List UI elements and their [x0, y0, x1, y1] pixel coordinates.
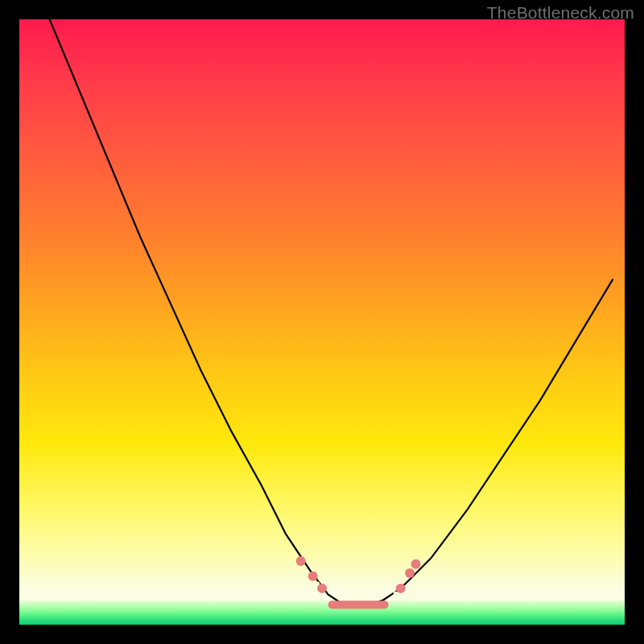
highlight-markers: [296, 556, 421, 609]
curve-layer: [19, 19, 625, 625]
svg-point-7: [316, 581, 320, 585]
svg-point-2: [308, 572, 318, 581]
bottleneck-curve: [50, 19, 613, 606]
svg-point-4: [396, 584, 406, 593]
chart-frame: TheBottleneck.com: [0, 0, 644, 644]
watermark-text: TheBottleneck.com: [487, 3, 634, 23]
svg-point-6: [411, 559, 421, 569]
svg-point-1: [296, 556, 306, 566]
svg-point-5: [405, 568, 415, 578]
svg-rect-0: [328, 601, 389, 609]
svg-point-8: [394, 591, 398, 595]
